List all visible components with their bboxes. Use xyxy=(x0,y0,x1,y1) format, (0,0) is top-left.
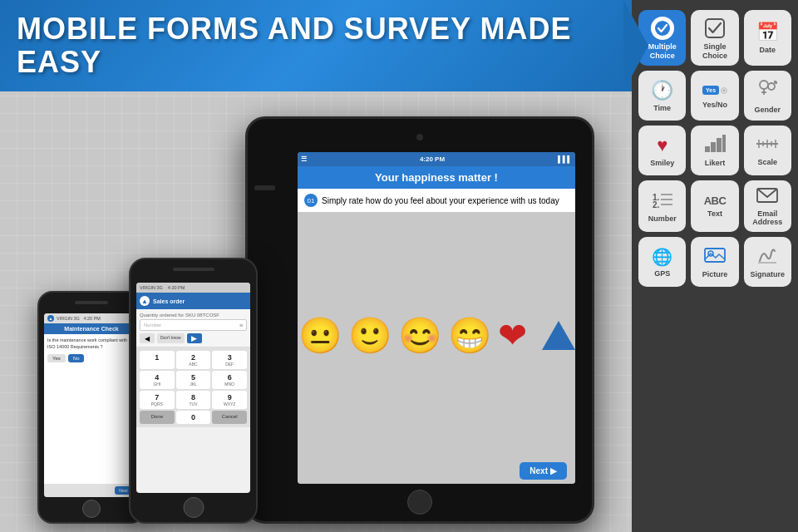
pm-key-done[interactable]: Done xyxy=(140,411,175,424)
tablet-camera xyxy=(416,134,423,140)
pm-key-1[interactable]: 1 xyxy=(140,351,175,369)
ps-body: Is the maintenance work compliant with I… xyxy=(44,334,139,484)
number-svg: 1. 2. xyxy=(652,190,673,209)
sidebar-item-gender[interactable]: Gender xyxy=(744,71,791,121)
sidebar-label-signature: Signature xyxy=(751,270,786,279)
sidebar-item-text[interactable]: ABC Text xyxy=(691,180,738,233)
pm-question-area: Quantity ordered for SKU 08TCOSF Number … xyxy=(136,309,250,347)
sidebar-item-likert[interactable]: Likert xyxy=(691,126,738,175)
svg-point-0 xyxy=(655,21,670,36)
tablet-emoji-area: 😐 🙂 😊 😁 ❤ xyxy=(298,212,575,458)
pm-key-3[interactable]: 3DEF xyxy=(212,351,247,369)
sidebar-label-picture: Picture xyxy=(702,270,728,279)
sidebar-label-number: Number xyxy=(648,214,677,224)
emoji-heart: ❤ xyxy=(498,315,527,356)
svg-point-7 xyxy=(768,83,775,90)
sidebar-item-signature[interactable]: Signature xyxy=(744,237,791,287)
date-icon: 📅 xyxy=(756,22,779,43)
pm-dontknow-button[interactable]: Don't know xyxy=(157,333,185,343)
sidebar-item-email-address[interactable]: EmailAddress xyxy=(744,180,791,233)
pm-key-4[interactable]: 4GHI xyxy=(140,371,175,389)
picture-svg xyxy=(704,246,726,264)
smiley-icon: ♥ xyxy=(657,135,667,156)
ps-yes-button[interactable]: Yes xyxy=(47,354,66,362)
picture-icon xyxy=(704,246,726,268)
email-icon xyxy=(756,187,778,207)
pm-key-0[interactable]: 0 xyxy=(176,411,211,424)
phone-medium-speaker xyxy=(173,268,214,271)
triangle-area xyxy=(542,321,575,350)
pm-key-cancel[interactable]: Cancel xyxy=(212,411,247,424)
pm-label: Quantity ordered for SKU 08TCOSF xyxy=(140,313,247,318)
sidebar-label-single-choice: SingleChoice xyxy=(702,42,727,61)
gender-svg xyxy=(756,78,778,100)
pm-next-button[interactable]: ▶ xyxy=(187,333,202,343)
sidebar-item-gps[interactable]: 🌐 GPS xyxy=(638,237,686,287)
phone-medium: VIRGIN 3G4:20 PM ▲ Sales order Quantity … xyxy=(129,258,258,524)
svg-point-3 xyxy=(723,89,726,91)
triangle-blue xyxy=(542,321,575,350)
sidebar-label-smiley: Smiley xyxy=(650,159,674,168)
pm-key-8[interactable]: 8TUV xyxy=(176,391,211,409)
svg-rect-12 xyxy=(711,142,716,152)
tablet-screen: ☰ 4:20 PM ▌▌▌ Your happiness matter ! 01… xyxy=(298,152,575,484)
checkbox-icon xyxy=(704,17,726,39)
emoji-neutral: 😐 xyxy=(298,315,342,356)
phone-small-screen: ▲ VIRGIN 3G 4:20 PM Maintenance Check Is… xyxy=(44,313,139,497)
single-choice-icon xyxy=(703,17,727,40)
svg-rect-14 xyxy=(722,135,726,152)
pm-key-6[interactable]: 6MNO xyxy=(212,371,247,389)
sidebar-item-single-choice[interactable]: SingleChoice xyxy=(691,10,738,66)
banner: MOBILE FORMS AND SURVEY MADE EASY xyxy=(0,0,632,91)
ps-question: Is the maintenance work compliant with I… xyxy=(47,337,135,350)
signature-icon xyxy=(756,246,778,268)
scale-svg xyxy=(756,135,779,152)
likert-icon xyxy=(704,135,726,156)
pm-number-input[interactable]: Number ≡ xyxy=(140,319,247,331)
sidebar-item-scale[interactable]: Scale xyxy=(744,126,791,175)
tablet-question-number: 01 xyxy=(304,194,318,207)
sidebar-label-yes-no: Yes/No xyxy=(702,101,727,110)
pm-statusbar: VIRGIN 3G4:20 PM xyxy=(136,283,250,293)
sidebar-grid: MultipleChoice SingleChoice 📅 Date 🕐 Tim… xyxy=(638,10,791,287)
pm-key-2[interactable]: 2ABC xyxy=(176,351,211,369)
phone-medium-home-button[interactable] xyxy=(183,497,204,518)
sidebar-item-number[interactable]: 1. 2. Number xyxy=(638,180,686,233)
sidebar-item-smiley[interactable]: ♥ Smiley xyxy=(638,126,686,175)
sidebar-item-yes-no[interactable]: Yes Yes/No xyxy=(691,71,738,121)
tablet-home-button[interactable] xyxy=(407,490,432,515)
tablet-side-button[interactable] xyxy=(254,185,275,190)
emoji-smile: 🙂 xyxy=(348,315,392,356)
pm-key-5[interactable]: 5JKL xyxy=(176,371,211,389)
tablet-question-text: Simply rate how do you feel about your e… xyxy=(322,196,559,205)
pm-key-9[interactable]: 9WXYZ xyxy=(212,391,247,409)
pm-key-7[interactable]: 7PQRS xyxy=(140,391,175,409)
pm-header: ▲ Sales order xyxy=(136,293,250,309)
number-icon: 1. 2. xyxy=(652,190,673,212)
phone-small-home-button[interactable] xyxy=(82,500,101,518)
svg-text:2.: 2. xyxy=(653,200,660,209)
svg-rect-11 xyxy=(705,146,710,152)
tablet: ☰ 4:20 PM ▌▌▌ Your happiness matter ! 01… xyxy=(245,116,594,524)
sidebar-item-picture[interactable]: Picture xyxy=(691,237,738,287)
devices-area: ▲ VIRGIN 3G 4:20 PM Maintenance Check Is… xyxy=(0,91,632,532)
sidebar-label-email-address: EmailAddress xyxy=(752,209,782,228)
sidebar-label-date: Date xyxy=(760,46,776,55)
ps-topbar: ▲ VIRGIN 3G 4:20 PM xyxy=(44,313,139,323)
sidebar-label-likert: Likert xyxy=(705,159,726,168)
signature-svg xyxy=(756,246,778,264)
scale-icon xyxy=(756,135,779,155)
phone-medium-screen: VIRGIN 3G4:20 PM ▲ Sales order Quantity … xyxy=(136,283,250,493)
pm-back-button[interactable]: ◀ xyxy=(140,333,155,343)
pm-header-icon: ▲ xyxy=(140,296,150,306)
tablet-next-button[interactable]: Next ▶ xyxy=(520,462,567,480)
time-icon: 🕐 xyxy=(651,80,673,101)
pm-controls: ◀ Don't know ▶ xyxy=(140,333,247,343)
tablet-next-area: Next ▶ xyxy=(298,458,575,484)
phone-small-speaker xyxy=(75,301,108,304)
ps-no-button[interactable]: No xyxy=(68,354,85,362)
sidebar-item-date[interactable]: 📅 Date xyxy=(744,10,791,66)
sidebar-label-text: Text xyxy=(707,209,722,219)
ps-topbar-text: VIRGIN 3G 4:20 PM xyxy=(57,316,101,321)
tablet-question-area: 01 Simply rate how do you feel about you… xyxy=(298,189,575,212)
